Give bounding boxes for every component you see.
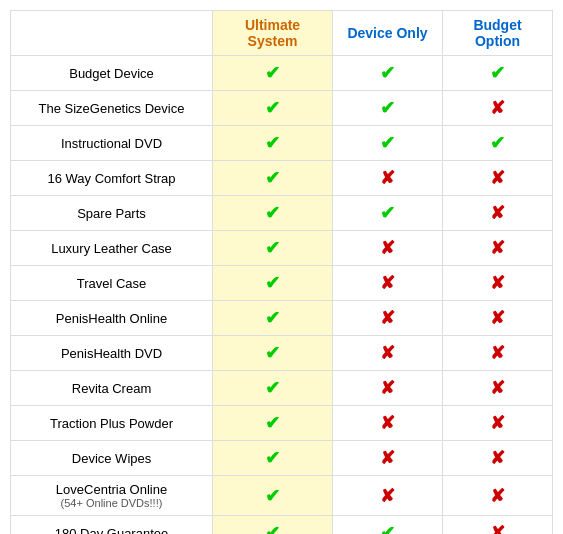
ultimate-cell-8: ✔ xyxy=(213,336,333,371)
ultimate-cell-2: ✔ xyxy=(213,126,333,161)
budget-cell-5: ✘ xyxy=(443,231,553,266)
check-icon: ✔ xyxy=(265,343,280,363)
budget-cell-0: ✔ xyxy=(443,56,553,91)
cross-icon: ✘ xyxy=(490,168,505,188)
cross-icon: ✘ xyxy=(490,203,505,223)
ultimate-cell-1: ✔ xyxy=(213,91,333,126)
check-icon: ✔ xyxy=(380,63,395,83)
check-icon: ✔ xyxy=(265,486,280,506)
check-icon: ✔ xyxy=(265,133,280,153)
ultimate-cell-9: ✔ xyxy=(213,371,333,406)
device-cell-10: ✘ xyxy=(333,406,443,441)
check-icon: ✔ xyxy=(265,448,280,468)
cross-icon: ✘ xyxy=(380,343,395,363)
cross-icon: ✘ xyxy=(380,273,395,293)
row-label-5: Luxury Leather Case xyxy=(11,231,213,266)
row-label-3: 16 Way Comfort Strap xyxy=(11,161,213,196)
comparison-table: Ultimate System Device Only Budget Optio… xyxy=(10,10,553,534)
device-cell-5: ✘ xyxy=(333,231,443,266)
check-icon: ✔ xyxy=(265,523,280,534)
cross-icon: ✘ xyxy=(490,98,505,118)
check-icon: ✔ xyxy=(265,238,280,258)
cross-icon: ✘ xyxy=(380,378,395,398)
row-label-13: 180 Day Guarantee xyxy=(11,516,213,535)
row-label-11: Device Wipes xyxy=(11,441,213,476)
cross-icon: ✘ xyxy=(380,448,395,468)
budget-cell-13: ✘ xyxy=(443,516,553,535)
budget-cell-9: ✘ xyxy=(443,371,553,406)
row-label-2: Instructional DVD xyxy=(11,126,213,161)
check-icon: ✔ xyxy=(380,203,395,223)
check-icon: ✔ xyxy=(380,523,395,534)
device-cell-13: ✔ xyxy=(333,516,443,535)
cross-icon: ✘ xyxy=(490,273,505,293)
device-cell-4: ✔ xyxy=(333,196,443,231)
budget-cell-11: ✘ xyxy=(443,441,553,476)
device-cell-6: ✘ xyxy=(333,266,443,301)
device-cell-2: ✔ xyxy=(333,126,443,161)
device-cell-1: ✔ xyxy=(333,91,443,126)
budget-cell-7: ✘ xyxy=(443,301,553,336)
budget-cell-10: ✘ xyxy=(443,406,553,441)
row-label-4: Spare Parts xyxy=(11,196,213,231)
row-label-8: PenisHealth DVD xyxy=(11,336,213,371)
check-icon: ✔ xyxy=(490,63,505,83)
ultimate-cell-0: ✔ xyxy=(213,56,333,91)
check-icon: ✔ xyxy=(490,133,505,153)
row-sublabel-12: (54+ Online DVDs!!!) xyxy=(19,497,204,509)
row-label-10: Traction Plus Powder xyxy=(11,406,213,441)
ultimate-cell-10: ✔ xyxy=(213,406,333,441)
cross-icon: ✘ xyxy=(490,378,505,398)
row-label-6: Travel Case xyxy=(11,266,213,301)
ultimate-cell-13: ✔ xyxy=(213,516,333,535)
budget-cell-4: ✘ xyxy=(443,196,553,231)
cross-icon: ✘ xyxy=(380,486,395,506)
check-icon: ✔ xyxy=(265,98,280,118)
ultimate-cell-7: ✔ xyxy=(213,301,333,336)
device-cell-3: ✘ xyxy=(333,161,443,196)
row-label-9: Revita Cream xyxy=(11,371,213,406)
cross-icon: ✘ xyxy=(380,238,395,258)
cross-icon: ✘ xyxy=(490,486,505,506)
device-cell-12: ✘ xyxy=(333,476,443,516)
cross-icon: ✘ xyxy=(380,168,395,188)
check-icon: ✔ xyxy=(380,133,395,153)
check-icon: ✔ xyxy=(265,203,280,223)
cross-icon: ✘ xyxy=(490,413,505,433)
device-cell-9: ✘ xyxy=(333,371,443,406)
cross-icon: ✘ xyxy=(380,308,395,328)
budget-cell-12: ✘ xyxy=(443,476,553,516)
check-icon: ✔ xyxy=(265,308,280,328)
budget-cell-3: ✘ xyxy=(443,161,553,196)
cross-icon: ✘ xyxy=(490,523,505,534)
budget-cell-8: ✘ xyxy=(443,336,553,371)
ultimate-cell-4: ✔ xyxy=(213,196,333,231)
row-label-7: PenisHealth Online xyxy=(11,301,213,336)
check-icon: ✔ xyxy=(265,168,280,188)
cross-icon: ✘ xyxy=(490,343,505,363)
header-ultimate: Ultimate System xyxy=(213,11,333,56)
header-label xyxy=(11,11,213,56)
ultimate-cell-11: ✔ xyxy=(213,441,333,476)
header-budget: Budget Option xyxy=(443,11,553,56)
check-icon: ✔ xyxy=(265,378,280,398)
cross-icon: ✘ xyxy=(490,448,505,468)
ultimate-cell-6: ✔ xyxy=(213,266,333,301)
device-cell-0: ✔ xyxy=(333,56,443,91)
header-device: Device Only xyxy=(333,11,443,56)
check-icon: ✔ xyxy=(265,63,280,83)
budget-cell-6: ✘ xyxy=(443,266,553,301)
check-icon: ✔ xyxy=(380,98,395,118)
budget-cell-1: ✘ xyxy=(443,91,553,126)
row-label-0: Budget Device xyxy=(11,56,213,91)
cross-icon: ✘ xyxy=(490,238,505,258)
device-cell-11: ✘ xyxy=(333,441,443,476)
cross-icon: ✘ xyxy=(380,413,395,433)
check-icon: ✔ xyxy=(265,413,280,433)
row-label-1: The SizeGenetics Device xyxy=(11,91,213,126)
ultimate-cell-3: ✔ xyxy=(213,161,333,196)
check-icon: ✔ xyxy=(265,273,280,293)
ultimate-cell-12: ✔ xyxy=(213,476,333,516)
device-cell-8: ✘ xyxy=(333,336,443,371)
budget-cell-2: ✔ xyxy=(443,126,553,161)
